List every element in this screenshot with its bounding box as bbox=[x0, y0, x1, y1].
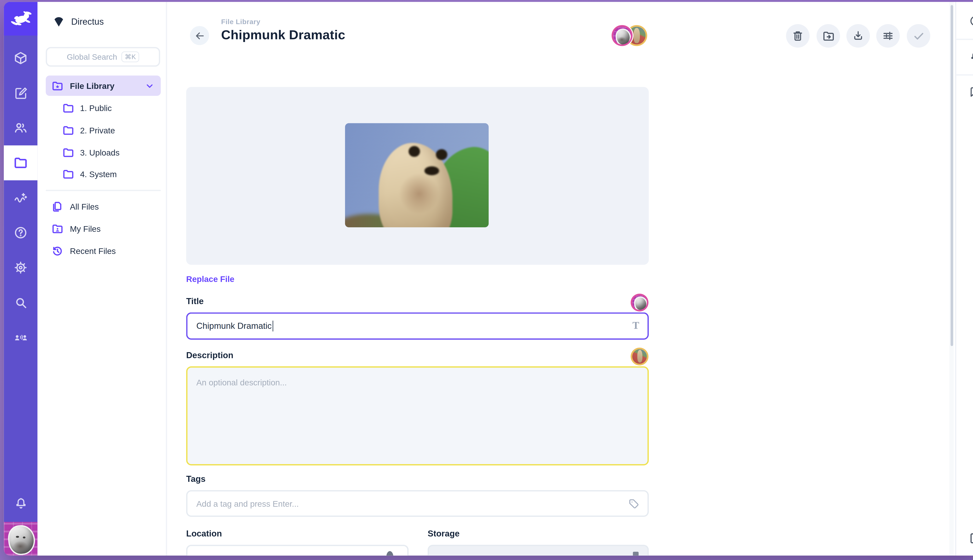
trash-icon bbox=[792, 30, 804, 42]
global-search-placeholder: Global Search bbox=[67, 52, 117, 61]
module-presence[interactable] bbox=[4, 320, 38, 355]
folder-icon bbox=[62, 102, 74, 114]
save-button[interactable] bbox=[907, 24, 930, 48]
adjustments-button[interactable] bbox=[876, 24, 900, 48]
nav-folder-label: 4. System bbox=[80, 169, 117, 179]
project-name: Directus bbox=[71, 16, 104, 26]
location-input[interactable] bbox=[186, 545, 409, 556]
text-caret bbox=[272, 321, 273, 332]
scrollbar-thumb[interactable] bbox=[951, 5, 953, 346]
location-label: Location bbox=[186, 529, 222, 538]
replace-file-link[interactable]: Replace File bbox=[186, 274, 234, 284]
copies-icon bbox=[51, 200, 64, 212]
module-search[interactable] bbox=[4, 285, 38, 320]
storage-icon bbox=[633, 552, 639, 556]
insights-icon bbox=[13, 190, 28, 205]
nav-divider bbox=[46, 190, 161, 191]
tune-icon bbox=[882, 30, 894, 42]
info-button[interactable] bbox=[956, 3, 973, 39]
nav-item-all-files[interactable]: All Files bbox=[46, 196, 161, 217]
map-pin-icon bbox=[386, 551, 393, 555]
module-users[interactable] bbox=[4, 110, 38, 145]
tags-field bbox=[186, 490, 649, 517]
folder-move-icon bbox=[822, 30, 835, 42]
chevron-down-icon[interactable] bbox=[145, 81, 154, 90]
nav-folder-label: 3. Uploads bbox=[80, 148, 119, 157]
module-bar bbox=[4, 2, 38, 555]
box-icon bbox=[13, 51, 28, 65]
notifications-button[interactable]: 1 bbox=[956, 39, 973, 74]
global-search-shortcut: ⌘K bbox=[122, 51, 139, 62]
project-logo-icon bbox=[52, 15, 65, 28]
nav-item-label: File Library bbox=[70, 81, 114, 90]
module-editor[interactable] bbox=[4, 76, 38, 111]
back-button[interactable] bbox=[190, 26, 209, 45]
folder-icon bbox=[62, 124, 74, 136]
folder-icon bbox=[62, 147, 74, 158]
folder-star-icon bbox=[51, 80, 64, 92]
nav-folder-public[interactable]: 1. Public bbox=[46, 98, 161, 118]
revisions-button[interactable] bbox=[956, 520, 973, 555]
module-help[interactable] bbox=[4, 215, 38, 250]
module-files[interactable] bbox=[4, 145, 38, 180]
module-content[interactable] bbox=[4, 41, 38, 76]
title-label: Title bbox=[186, 297, 204, 306]
directus-app-window: Directus Global Search ⌘K File Library 1… bbox=[4, 2, 973, 555]
module-notifications[interactable] bbox=[4, 486, 38, 521]
nav-item-file-library[interactable]: File Library bbox=[46, 76, 161, 96]
users-icon bbox=[13, 120, 28, 135]
storage-label: Storage bbox=[428, 529, 460, 538]
presence-icon bbox=[13, 330, 28, 345]
title-editing-avatar bbox=[632, 295, 647, 310]
clipboard-clock-icon bbox=[968, 531, 973, 545]
project-header[interactable]: Directus bbox=[52, 15, 104, 28]
folder-icon bbox=[13, 155, 28, 170]
rabbit-logo-icon bbox=[10, 10, 32, 27]
file-preview-image[interactable] bbox=[345, 123, 489, 227]
check-icon bbox=[912, 30, 925, 42]
comments-button[interactable] bbox=[956, 74, 973, 110]
help-icon bbox=[13, 225, 28, 240]
nav-folder-uploads[interactable]: 3. Uploads bbox=[46, 142, 161, 162]
search-icon bbox=[13, 295, 28, 310]
user-avatar[interactable] bbox=[4, 522, 38, 555]
directus-logo-button[interactable] bbox=[4, 2, 38, 36]
nav-item-label: All Files bbox=[70, 202, 99, 211]
tags-label: Tags bbox=[186, 474, 206, 484]
folder-icon bbox=[62, 168, 74, 180]
desktop-wallpaper: Directus Global Search ⌘K File Library 1… bbox=[0, 0, 973, 560]
module-settings[interactable] bbox=[4, 250, 38, 285]
tag-icon bbox=[628, 498, 640, 510]
edit-icon bbox=[13, 86, 28, 100]
description-field bbox=[186, 366, 649, 465]
info-icon bbox=[969, 15, 973, 27]
page-title: Chipmunk Dramatic bbox=[221, 27, 345, 42]
nav-item-label: Recent Files bbox=[70, 246, 116, 255]
title-case-icon[interactable]: T bbox=[632, 320, 639, 332]
global-search-input[interactable]: Global Search ⌘K bbox=[46, 47, 160, 67]
delete-button[interactable] bbox=[786, 24, 809, 48]
file-preview-panel[interactable] bbox=[186, 87, 649, 265]
nav-item-recent-files[interactable]: Recent Files bbox=[46, 241, 161, 261]
nav-item-label: My Files bbox=[70, 224, 100, 233]
nav-folder-label: 2. Private bbox=[80, 125, 115, 135]
nav-item-my-files[interactable]: My Files bbox=[46, 218, 161, 238]
history-icon bbox=[51, 245, 64, 257]
bell-icon bbox=[13, 496, 28, 510]
title-input[interactable]: Chipmunk Dramatic T bbox=[186, 312, 649, 340]
right-sidebar: 1 bbox=[955, 2, 973, 555]
download-button[interactable] bbox=[846, 24, 870, 48]
breadcrumb[interactable]: File Library bbox=[221, 18, 260, 25]
description-label: Description bbox=[186, 350, 233, 360]
settings-icon bbox=[13, 260, 28, 275]
tags-input[interactable] bbox=[187, 499, 647, 508]
nav-folder-private[interactable]: 2. Private bbox=[46, 120, 161, 140]
module-insights[interactable] bbox=[4, 180, 38, 215]
nav-folder-system[interactable]: 4. System bbox=[46, 164, 161, 184]
presence-avatar-user[interactable] bbox=[613, 27, 631, 44]
description-textarea[interactable] bbox=[187, 368, 647, 464]
move-to-folder-button[interactable] bbox=[816, 24, 840, 48]
nav-sidebar: Directus Global Search ⌘K File Library 1… bbox=[38, 2, 167, 555]
bell-icon bbox=[969, 50, 973, 63]
storage-input bbox=[428, 545, 649, 556]
